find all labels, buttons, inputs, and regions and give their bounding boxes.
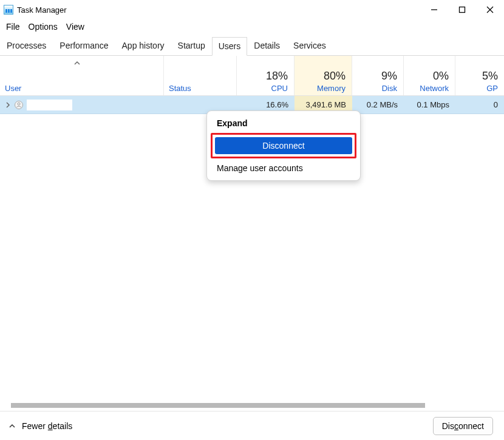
app-icon (4, 5, 13, 15)
tab-processes[interactable]: Processes (0, 36, 53, 55)
col-cpu[interactable]: 18% CPU (237, 56, 295, 95)
sort-indicator-icon (74, 58, 80, 67)
tab-services[interactable]: Services (287, 36, 333, 55)
fewer-details-label: Fewer details (22, 421, 72, 431)
user-name-redacted (27, 100, 72, 110)
title-bar: Task Manager (0, 0, 504, 19)
annotation-highlight: Disconnect (211, 133, 356, 158)
col-status-label: Status (169, 84, 230, 93)
menu-file[interactable]: File (6, 22, 20, 32)
col-gpu[interactable]: 5% GP (455, 56, 504, 95)
tab-app-history[interactable]: App history (115, 36, 171, 55)
cell-network: 0.1 Mbps (404, 96, 455, 113)
menu-item-manage-accounts[interactable]: Manage user accounts (211, 160, 356, 177)
cell-gpu: 0 (455, 96, 504, 113)
col-mem-label: Memory (317, 84, 346, 93)
col-cpu-pct: 18% (266, 70, 288, 83)
col-disk-label: Disk (382, 84, 397, 93)
footer: Fewer details Disconnect (0, 411, 504, 440)
tab-performance[interactable]: Performance (53, 36, 115, 55)
col-user[interactable]: User (0, 56, 164, 95)
horizontal-scrollbar[interactable] (11, 403, 425, 408)
chevron-right-icon[interactable] (5, 102, 11, 108)
col-memory[interactable]: 80% Memory (295, 56, 352, 95)
user-icon (15, 101, 23, 109)
maximize-button[interactable] (448, 0, 476, 19)
window-controls (420, 0, 504, 19)
cell-disk: 0.2 MB/s (352, 96, 404, 113)
menu-item-disconnect[interactable]: Disconnect (215, 137, 352, 154)
col-user-label: User (5, 84, 157, 93)
disconnect-button[interactable]: Disconnect (433, 417, 493, 435)
menu-bar: File Options View (0, 19, 504, 36)
minimize-button[interactable] (420, 0, 448, 19)
tab-users[interactable]: Users (212, 37, 248, 56)
tab-startup[interactable]: Startup (171, 36, 212, 55)
col-status[interactable]: Status (164, 56, 237, 95)
col-gpu-pct: 5% (482, 70, 498, 83)
col-net-label: Network (420, 84, 449, 93)
window-title: Task Manager (17, 5, 67, 15)
menu-view[interactable]: View (66, 22, 84, 32)
col-mem-pct: 80% (324, 70, 346, 83)
column-headers: User Status 18% CPU 80% Memory 9% Disk 0… (0, 56, 504, 96)
tab-details[interactable]: Details (247, 36, 287, 55)
context-menu: Expand Disconnect Manage user accounts (206, 110, 361, 181)
chevron-up-icon (9, 423, 16, 429)
menu-options[interactable]: Options (29, 22, 58, 32)
col-network[interactable]: 0% Network (404, 56, 455, 95)
col-net-pct: 0% (433, 70, 449, 83)
svg-rect-1 (460, 7, 465, 13)
col-cpu-label: CPU (271, 84, 288, 93)
col-disk-pct: 9% (381, 70, 397, 83)
close-button[interactable] (476, 0, 504, 19)
menu-item-expand[interactable]: Expand (211, 115, 356, 132)
col-disk[interactable]: 9% Disk (352, 56, 404, 95)
tab-bar: Processes Performance App history Startu… (0, 36, 504, 56)
fewer-details-button[interactable]: Fewer details (9, 421, 72, 431)
user-cell (0, 96, 164, 113)
col-gpu-label: GP (486, 84, 498, 93)
svg-point-4 (18, 103, 20, 105)
